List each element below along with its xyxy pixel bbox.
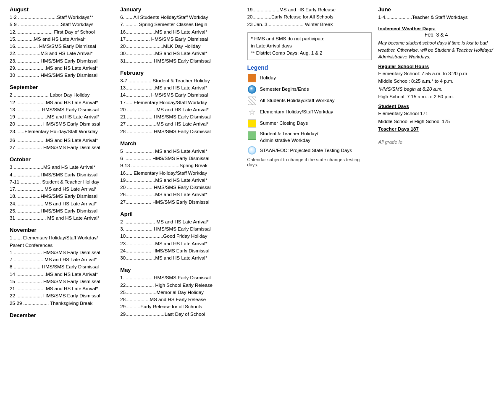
event-line: 30......................MS and HS Late A… [120,50,240,57]
month-february: February [120,70,240,76]
legend-item-summer: Summer Closing Days [247,119,372,128]
event-line: 30......................MS and HS Late A… [120,255,240,262]
column-3: 19....................MS and HS Early Re… [244,6,375,320]
event-line: 29...........Early Release for all Schoo… [120,303,240,310]
month-march: March [120,140,240,147]
student-days-title: Student Days [378,104,495,109]
event-line: 5 ...................... MS and HS Late … [120,148,240,155]
event-line: 27 ......................MS and HS Late … [120,121,240,128]
event-line: 30 ................. HMS/SMS Early Dismi… [10,72,113,79]
event-line: 17......Elementary Holiday/Staff Workday [120,99,240,106]
staar-icon [247,146,257,155]
month-may: May [120,267,240,273]
legend-label: Semester Begins/Ends [260,86,309,92]
light-circle-icon [248,146,256,155]
main-container: August 1-2 .............................… [6,6,498,320]
event-line: 31 ...................... MS and HS Late… [10,215,113,222]
event-line: 13 .................. HMS/SMS Early Dism… [10,106,113,113]
teacher-days-title: Teacher Days 187 [378,125,495,133]
event-line: 6....... All Students Holiday/Staff Work… [120,14,240,21]
event-line: 25.......................Memorial Day Ho… [120,289,240,296]
event-line: 20 ................... HMS/SMS Early Dis… [120,184,240,191]
event-line: 2 .......................... Labor Day H… [10,92,113,99]
month-april: April [120,211,240,217]
event-line: 23.......Elementary Holiday/Staff Workda… [10,128,113,135]
event-line: 15 ................... HMS/SMS Early Dis… [10,278,113,285]
event-line: 27 ................... HMS/SMS Early Dis… [10,144,113,151]
legend-item-semester: Semester Begins/Ends [247,85,372,94]
note-line-2: in Late Arrival days [251,42,368,50]
inclement-note: May become student school days if time i… [378,39,495,60]
month-january: January [120,6,240,13]
regular-hours-title: Regular School Hours [378,64,495,69]
event-line: 26 ......................MS and HS Late … [10,137,113,144]
column-1: August 1-2 .............................… [6,6,117,320]
legend-item-allstudents: All Students Holiday/Staff Workday [247,96,372,105]
legend-label: Student & Teacher Holiday/Administrative… [260,130,318,144]
event-line: 24......................MS and HS Late A… [10,200,113,207]
event-line: 5-9 ................................Staf… [10,21,113,28]
event-line: 14 ......................MS and HS Late … [10,271,113,278]
legend-title: Legend [247,64,372,71]
column-2: January 6....... All Students Holiday/St… [117,6,244,320]
legend-item-elementary-holiday: ☆ Elementary Holiday/Staff Workday [247,108,372,117]
event-line: 17......................MS and HS Late A… [10,186,113,193]
event-line: 22..................... High School Earl… [120,282,240,289]
event-line: 16......Elementary Holiday/Staff Workday [120,170,240,177]
elementary-days: Elementary School 171 [378,110,495,117]
student-teacher-icon [247,131,257,140]
all-grade-note: All grade le [378,139,495,144]
month-august: August [10,6,113,13]
event-line: 4.....................HMS/SMS Early Dism… [10,171,113,178]
blue-circle-icon [248,85,256,94]
event-line: 26......................MS and HS Late A… [120,191,240,198]
event-line: 1 ..................... HMS/SMS Early Di… [10,249,113,256]
legend-item-holiday: Holiday [247,74,372,83]
event-line: 29.......................MS and HS Late … [10,65,113,72]
legend-label: All Students Holiday/Staff Workday [260,97,335,104]
summer-icon [247,119,257,128]
legend-item-student-teacher: Student & Teacher Holiday/Administrative… [247,130,372,144]
star-icon: ☆ [249,108,255,116]
middle-high-days: Middle School & High School 175 [378,118,495,125]
event-line: 15..............MS and HS Late Arrival* [10,36,113,43]
staar-note: Calendar subject to change if the state … [247,157,372,167]
note-box: * HMS and SMS do not participate in Late… [247,32,372,60]
event-line: 23......................MS and HS Late A… [120,240,240,247]
event-line: 6 .................... HMS/SMS Early Dis… [120,155,240,162]
legend-section: Legend Holiday Semester Begins/Ends All … [247,64,372,167]
month-december: December [10,312,113,318]
event-line: 1....... Elementary Holiday/Staff Workda… [10,234,113,242]
event-line: 1-2 .............................Staff W… [10,14,113,21]
note-line-1: * HMS and SMS do not participate [251,35,368,42]
event-line: 2 ....................... MS and HS Late… [120,218,240,226]
event-line: 13......................MS and HS Late A… [120,84,240,92]
event-line: 23-Jan. 3........................... Win… [247,21,372,28]
event-line: 20..............Early Release for All Sc… [247,13,372,21]
event-line: 9-13 ...................................… [120,162,240,169]
event-line: 19 .......................MS and HS Late… [10,113,113,121]
elementary-hours: Elementary School: 7:55 a.m. to 3:20 p.m [378,70,495,77]
event-line: 1...................... HMS/SMS Early Di… [120,274,240,281]
month-october: October [10,156,113,163]
event-line: 21 ......................MS and HS Late … [10,285,113,292]
event-line: Parent Conferences [10,242,113,249]
column-4: June 1-4....................Teacher & St… [375,6,498,320]
event-line: 7........... Spring Semester Classes Beg… [120,21,240,28]
event-line: 23.................. HMS/SMS Early Dismi… [10,58,113,65]
event-line: 10............................Good Frida… [120,233,240,240]
middle-hours: Middle School: 8:25 a.m.* to 4 p.m. [378,77,495,85]
event-line: 22...................MS and HS Late Arri… [10,50,113,57]
event-line: 31.................... HMS/SMS Early Dis… [120,58,240,65]
event-line: 20 ......................MS and HS Late … [120,106,240,113]
legend-label: Elementary Holiday/Staff Workday [260,108,333,115]
event-line: 3...................... HMS/SMS Early Di… [120,226,240,233]
event-line: 7-11................ Student & Teacher H… [10,178,113,186]
event-line: 27................... HMS/SMS Early Dism… [120,199,240,206]
event-line: 18...................HMS/SMS Early Dismi… [10,193,113,200]
event-line: 12 ......................MS and HS Late … [10,99,113,106]
event-line: 19......................MS and HS Late A… [120,177,240,184]
event-line: 29.............................Last Day … [120,311,240,318]
event-line: 22 ................... HMS/SMS Early Dis… [10,292,113,299]
event-line: 19....................MS and HS Early Re… [247,6,372,13]
